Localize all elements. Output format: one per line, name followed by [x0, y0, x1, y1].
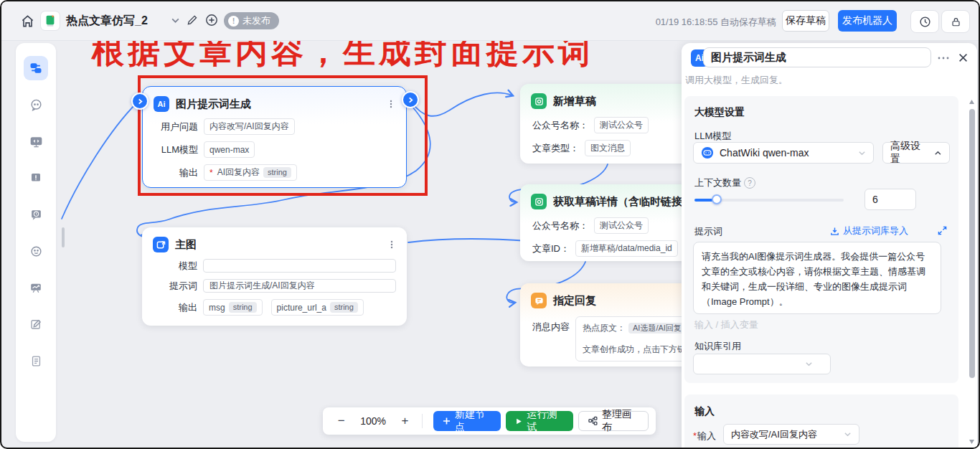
field-label: 输出	[153, 301, 197, 314]
message-content-box[interactable]: 热点原文： AI选题/AI回复 文章创作成功，点击下方链	[575, 316, 697, 361]
slider-knob[interactable]	[712, 194, 722, 204]
sidebar-item-chat[interactable]	[24, 93, 48, 117]
node-name-input[interactable]: 图片提示词生成	[703, 47, 931, 67]
variable-chip: AI选题/AI回复	[628, 323, 686, 334]
close-icon[interactable]	[957, 52, 969, 63]
section-heading: 大模型设置	[694, 106, 745, 119]
type-badge: string	[229, 302, 257, 313]
zoom-in-button[interactable]: +	[394, 414, 416, 428]
sidebar-item-code[interactable]	[24, 129, 48, 153]
arrange-canvas-button[interactable]: 整理画布	[578, 411, 649, 431]
input-label: *输入	[693, 430, 716, 443]
node-main-image[interactable]: 主图 模型 提示词 图片提示词生成/AI回复内容 输出 msgstring pi…	[142, 227, 407, 326]
exclamation-icon: !	[228, 16, 239, 27]
workflow-title: 热点文章仿写_2	[66, 14, 148, 29]
prompt-label: 提示词	[694, 225, 722, 238]
context-count-slider[interactable]	[694, 199, 844, 202]
article-id-chip[interactable]: 新增草稿/data/media_id	[575, 240, 678, 257]
output-chip[interactable]: picture_url_astring	[271, 299, 364, 316]
chevron-down-icon[interactable]	[171, 16, 180, 25]
sidebar-item-alerts[interactable]	[24, 166, 48, 190]
wechat-draft-icon	[531, 194, 547, 209]
field-label: 消息内容	[532, 321, 570, 334]
chevron-down-icon	[858, 149, 866, 157]
node-config-panel: Ai 图片提示词生成 调用大模型，生成回复。 大模型设置 LLM模型 ChatW…	[682, 43, 977, 449]
sidebar-item-compose[interactable]	[24, 312, 48, 336]
node-title: 指定回复	[553, 294, 596, 308]
field-label: 公众号名称：	[532, 119, 588, 132]
chevron-down-icon	[805, 360, 813, 368]
annotation-rectangle	[138, 75, 428, 196]
image-export-icon	[153, 237, 169, 252]
node-description: 调用大模型，生成回复。	[685, 74, 788, 87]
account-chip[interactable]: 测试公众号	[594, 117, 649, 133]
scroll-up-icon[interactable]	[969, 99, 975, 105]
prompt-field[interactable]: 图片提示词生成/AI回复内容	[203, 279, 396, 293]
wechat-draft-icon	[531, 93, 547, 109]
run-test-button[interactable]: 运行测试	[506, 411, 573, 431]
node-new-draft[interactable]: 新增草稿 公众号名称： 测试公众号 文章类型： 图文消息	[520, 84, 701, 164]
panel-scrollbar[interactable]	[969, 109, 975, 378]
node-title: 新增草稿	[553, 95, 596, 108]
home-icon[interactable]	[19, 12, 36, 29]
prompt-textarea[interactable]: 请充当我的AI图像提示词生成器。我会提供一篇公众号文章的全文或核心内容，请你根据…	[693, 242, 941, 314]
field-label: 文章ID：	[532, 242, 570, 255]
advanced-settings-button[interactable]: 高级设置	[882, 142, 950, 164]
sidebar-item-message-history[interactable]	[24, 202, 48, 227]
add-circle-icon[interactable]	[205, 14, 218, 27]
top-bar: 热点文章仿写_2 ! 未发布 01/19 16:18:55 自动保存草稿 保存草…	[1, 1, 979, 41]
input-variable-select[interactable]: 内容改写/AI回复内容	[723, 424, 859, 445]
sidebar-item-workflow[interactable]	[24, 56, 48, 80]
field-label: 文章类型：	[532, 142, 579, 155]
account-chip[interactable]: 测试公众号	[594, 217, 649, 234]
node-menu-icon[interactable]	[387, 240, 397, 250]
edit-pencil-icon[interactable]	[187, 14, 198, 26]
section-heading: 输入	[694, 405, 715, 418]
chatwiki-logo-icon	[701, 146, 714, 159]
chevron-down-icon	[844, 430, 852, 438]
sidebar-item-emoji[interactable]	[24, 239, 48, 263]
field-label: 模型	[153, 260, 197, 273]
canvas-scroll-nub[interactable]	[62, 227, 65, 247]
sidebar-item-dashboard[interactable]	[24, 275, 48, 300]
download-icon	[830, 227, 839, 236]
app-window: 热点文章仿写_2 ! 未发布 01/19 16:18:55 自动保存草稿 保存草…	[0, 0, 980, 449]
new-node-button[interactable]: 新建节点	[433, 411, 501, 431]
sidebar-item-documents[interactable]	[24, 349, 48, 373]
llm-model-select[interactable]: ChatWiki qwen-max	[693, 142, 874, 164]
insert-variable-hint: 输入 / 插入变量	[694, 318, 758, 331]
publish-bot-button[interactable]: 发布机器人	[838, 10, 897, 32]
node-reply[interactable]: 指定回复 消息内容 热点原文： AI选题/AI回复 文章创作成功，点击下方链	[520, 283, 701, 367]
more-menu-icon[interactable]	[937, 53, 950, 63]
toolbar-divider	[422, 414, 423, 428]
plus-icon	[443, 417, 451, 425]
context-count-input[interactable]: 6	[864, 189, 916, 210]
help-icon[interactable]: ?	[744, 177, 755, 189]
expand-icon[interactable]	[937, 225, 947, 235]
canvas-toolbar: − 100% + 新建节点 运行测试 整理画布	[323, 407, 656, 435]
context-count-label: 上下文数量 ?	[694, 176, 755, 189]
play-icon	[515, 417, 522, 425]
left-sidebar	[16, 43, 56, 442]
history-clock-button[interactable]	[910, 10, 939, 33]
model-settings-card: 大模型设置 LLM模型 ChatWiki qwen-max 高级设置 上下文数量…	[684, 96, 958, 383]
output-chip[interactable]: msgstring	[203, 299, 263, 316]
llm-model-label: LLM模型	[694, 130, 731, 143]
scroll-down-icon[interactable]	[969, 439, 975, 445]
lock-button[interactable]	[941, 10, 970, 33]
import-from-library-link[interactable]: 从提示词库导入	[830, 225, 908, 237]
node-draft-detail[interactable]: 获取草稿详情（含临时链接 公众号名称： 测试公众号 文章ID： 新增草稿/dat…	[520, 184, 701, 261]
chevron-up-icon	[934, 149, 942, 157]
knowledge-base-label: 知识库引用	[694, 340, 741, 353]
article-type-chip[interactable]: 图文消息	[585, 140, 631, 156]
input-card: 输入 *输入 内容改写/AI回复内容	[684, 394, 958, 449]
save-draft-button[interactable]: 保存草稿	[782, 10, 829, 32]
input-port[interactable]	[131, 93, 149, 110]
reply-chat-icon	[531, 293, 547, 308]
node-title: 获取草稿详情（含临时链接	[553, 195, 682, 209]
output-port[interactable]	[402, 91, 419, 108]
field-label: 提示词	[153, 280, 197, 293]
model-field[interactable]	[203, 259, 396, 273]
zoom-out-button[interactable]: −	[330, 414, 352, 428]
knowledge-base-select[interactable]	[693, 354, 831, 374]
